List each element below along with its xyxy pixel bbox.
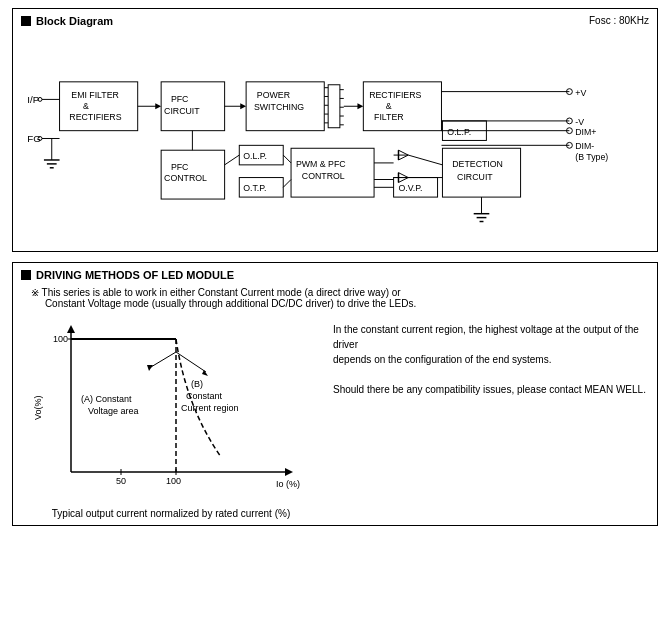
- svg-text:DIM+: DIM+: [575, 127, 596, 137]
- svg-text:&: &: [83, 101, 89, 111]
- block-diagram-header: Block Diagram: [21, 15, 649, 27]
- svg-text:Vo(%): Vo(%): [33, 395, 43, 420]
- svg-text:EMI FILTER: EMI FILTER: [71, 90, 119, 100]
- svg-text:CIRCUIT: CIRCUIT: [164, 106, 200, 116]
- driving-chart: Vo(%) Io (%) 100 50 100: [21, 317, 321, 502]
- svg-marker-36: [357, 103, 363, 109]
- svg-text:&: &: [386, 101, 392, 111]
- svg-text:PFC: PFC: [171, 162, 189, 172]
- svg-text:(A)  Constant: (A) Constant: [81, 394, 132, 404]
- svg-text:CONTROL: CONTROL: [302, 171, 345, 181]
- driving-note: ※ This series is able to work in either …: [31, 287, 649, 309]
- svg-marker-20: [240, 103, 246, 109]
- svg-text:O.V.P.: O.V.P.: [398, 183, 422, 193]
- driving-content: Vo(%) Io (%) 100 50 100: [21, 317, 649, 519]
- svg-text:CIRCUIT: CIRCUIT: [457, 172, 493, 182]
- svg-text:O.T.P.: O.T.P.: [243, 183, 266, 193]
- svg-rect-10: [60, 82, 138, 131]
- svg-text:DETECTION: DETECTION: [452, 159, 503, 169]
- svg-text:Constant: Constant: [186, 391, 223, 401]
- svg-rect-24: [328, 85, 340, 128]
- svg-text:PFC: PFC: [171, 94, 189, 104]
- svg-line-109: [176, 352, 206, 372]
- svg-text:I/P: I/P: [27, 94, 39, 105]
- block-diagram-svg: I/P FG EMI FILTER & RECTIFIERS PFC CIRCU…: [21, 33, 649, 243]
- svg-text:100: 100: [53, 334, 68, 344]
- driving-methods-header: DRIVING METHODS OF LED MODULE: [21, 269, 649, 281]
- svg-text:50: 50: [116, 476, 126, 486]
- svg-text:POWER: POWER: [257, 90, 290, 100]
- chart-description: In the constant current region, the high…: [333, 317, 649, 519]
- header-square-2: [21, 270, 31, 280]
- svg-line-77: [283, 155, 291, 163]
- svg-line-78: [283, 180, 291, 188]
- svg-text:Io (%): Io (%): [276, 479, 300, 489]
- block-diagram-title: Block Diagram: [36, 15, 113, 27]
- svg-text:+V: +V: [575, 88, 586, 98]
- chart-area: Vo(%) Io (%) 100 50 100: [21, 317, 321, 519]
- svg-text:O.L.P.: O.L.P.: [243, 151, 267, 161]
- svg-text:(B): (B): [191, 379, 203, 389]
- svg-text:FILTER: FILTER: [374, 112, 404, 122]
- svg-text:RECTIFIERS: RECTIFIERS: [69, 112, 121, 122]
- svg-text:FG: FG: [27, 133, 41, 144]
- chart-caption: Typical output current normalized by rat…: [21, 508, 321, 519]
- svg-marker-92: [67, 325, 75, 333]
- block-diagram-section: Block Diagram Fosc : 80KHz I/P FG EMI FI…: [12, 8, 658, 252]
- svg-text:CONTROL: CONTROL: [164, 173, 207, 183]
- svg-marker-15: [155, 103, 161, 109]
- svg-text:(B Type): (B Type): [575, 152, 608, 162]
- svg-line-76: [225, 155, 240, 165]
- svg-text:RECTIFIERS: RECTIFIERS: [369, 90, 421, 100]
- svg-text:Current region: Current region: [181, 403, 239, 413]
- svg-text:DIM-: DIM-: [575, 141, 594, 151]
- svg-line-111: [151, 352, 176, 367]
- svg-text:-V: -V: [575, 117, 584, 127]
- svg-text:Voltage area: Voltage area: [88, 406, 139, 416]
- svg-rect-37: [363, 82, 441, 131]
- svg-marker-112: [147, 365, 153, 371]
- svg-line-87: [408, 155, 442, 165]
- svg-text:O.L.P.: O.L.P.: [447, 127, 471, 137]
- page: Block Diagram Fosc : 80KHz I/P FG EMI FI…: [0, 0, 670, 637]
- svg-marker-93: [285, 468, 293, 476]
- svg-text:PWM & PFC: PWM & PFC: [296, 159, 346, 169]
- driving-methods-title: DRIVING METHODS OF LED MODULE: [36, 269, 234, 281]
- header-square: [21, 16, 31, 26]
- svg-text:SWITCHING: SWITCHING: [254, 102, 304, 112]
- driving-methods-section: DRIVING METHODS OF LED MODULE ※ This ser…: [12, 262, 658, 526]
- svg-text:100: 100: [166, 476, 181, 486]
- fosc-label: Fosc : 80KHz: [589, 15, 649, 26]
